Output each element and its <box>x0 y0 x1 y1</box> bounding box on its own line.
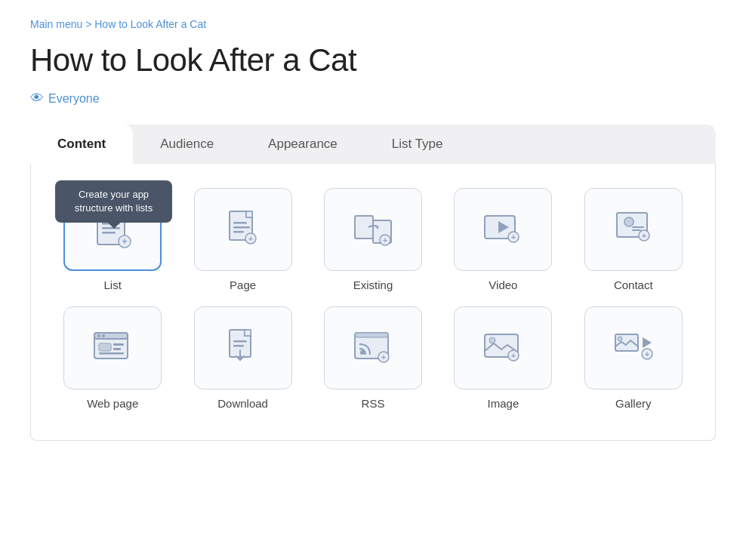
svg-text:+: + <box>122 236 128 247</box>
svg-rect-32 <box>99 343 111 351</box>
icon-box-existing[interactable]: + <box>324 188 422 271</box>
icon-box-contact[interactable]: + <box>584 188 683 271</box>
icon-label-gallery: Gallery <box>615 397 652 410</box>
svg-rect-9 <box>233 222 247 224</box>
icon-box-webpage[interactable] <box>63 306 162 389</box>
icon-card-contact[interactable]: + Contact <box>584 188 683 291</box>
icon-box-rss[interactable]: + <box>324 306 422 389</box>
svg-point-46 <box>489 337 495 343</box>
breadcrumb: Main menu > How to Look After a Cat <box>30 18 716 30</box>
icon-card-gallery-wrapper: + Gallery <box>576 306 691 410</box>
svg-text:+: + <box>248 234 252 243</box>
icon-card-contact-wrapper: + Contact <box>576 188 691 291</box>
svg-rect-10 <box>233 226 250 229</box>
svg-point-23 <box>624 217 633 226</box>
svg-rect-4 <box>102 232 116 234</box>
icon-label-video: Video <box>489 278 517 291</box>
icon-card-image[interactable]: + Image <box>454 306 552 410</box>
icon-card-list-wrapper: Create your app structure with lists + L… <box>55 188 170 291</box>
icon-label-list: List <box>104 278 122 291</box>
tab-list-type[interactable]: List Type <box>365 125 470 164</box>
icon-card-download-wrapper: Download <box>185 306 300 410</box>
svg-rect-41 <box>355 333 388 337</box>
breadcrumb-separator: > <box>85 18 94 30</box>
icon-card-video-wrapper: + Video <box>445 188 560 291</box>
tabs-bar: Content Audience Appearance List Type <box>30 125 716 164</box>
eye-icon: 👁 <box>30 91 44 106</box>
svg-point-30 <box>97 334 100 337</box>
tab-appearance[interactable]: Appearance <box>241 125 365 164</box>
breadcrumb-current[interactable]: How to Look After a Cat <box>94 18 206 30</box>
icon-box-image[interactable]: + <box>454 306 552 389</box>
icon-card-rss[interactable]: + RSS <box>324 306 422 410</box>
svg-marker-51 <box>643 337 652 348</box>
icon-label-download: Download <box>217 397 268 410</box>
svg-rect-34 <box>113 348 121 350</box>
icon-label-contact: Contact <box>614 278 653 291</box>
icon-label-webpage: Web page <box>87 397 138 410</box>
page-title: How to Look After a Cat <box>30 42 716 78</box>
icon-card-gallery[interactable]: + Gallery <box>584 306 683 410</box>
svg-rect-3 <box>102 227 120 229</box>
svg-text:+: + <box>645 349 649 358</box>
icon-box-video[interactable]: + <box>454 188 552 271</box>
svg-text:+: + <box>511 351 516 360</box>
svg-point-31 <box>102 334 105 337</box>
icon-card-existing-wrapper: + Existing <box>316 188 430 291</box>
icon-card-list[interactable]: + List <box>63 188 162 291</box>
icon-card-download[interactable]: Download <box>194 306 292 410</box>
icon-box-list[interactable]: + <box>63 188 162 271</box>
icon-card-page-wrapper: + Page <box>185 188 300 291</box>
icon-label-image: Image <box>488 397 519 410</box>
icon-card-image-wrapper: + Image <box>445 306 560 410</box>
content-area: Create your app structure with lists + L… <box>30 164 716 441</box>
svg-text:+: + <box>383 235 387 245</box>
icon-card-page[interactable]: + Page <box>194 188 292 291</box>
svg-text:+: + <box>381 352 386 362</box>
icon-box-gallery[interactable]: + <box>584 306 683 389</box>
svg-rect-2 <box>102 223 120 225</box>
tab-content[interactable]: Content <box>30 125 133 164</box>
icon-box-download[interactable] <box>194 306 292 389</box>
audience-label[interactable]: Everyone <box>48 92 100 106</box>
icon-card-rss-wrapper: + RSS <box>316 306 430 410</box>
svg-rect-39 <box>233 345 244 347</box>
icon-label-existing: Existing <box>353 278 393 291</box>
svg-rect-37 <box>245 330 251 336</box>
svg-rect-25 <box>632 229 641 231</box>
icon-card-video[interactable]: + Video <box>454 188 552 291</box>
audience-row: 👁 Everyone <box>30 91 716 106</box>
icon-box-page[interactable]: + <box>194 188 292 271</box>
svg-rect-33 <box>113 343 124 346</box>
svg-rect-35 <box>99 352 124 355</box>
svg-text:+: + <box>642 231 646 240</box>
svg-rect-11 <box>233 231 244 233</box>
icon-card-existing[interactable]: + Existing <box>324 188 422 291</box>
icon-card-webpage[interactable]: Web page <box>63 306 162 410</box>
svg-text:+: + <box>511 232 516 242</box>
breadcrumb-main[interactable]: Main menu <box>30 18 82 30</box>
icon-card-webpage-wrapper: Web page <box>55 306 170 410</box>
tab-audience[interactable]: Audience <box>133 125 241 164</box>
svg-point-50 <box>618 337 622 341</box>
svg-rect-24 <box>632 226 644 228</box>
svg-rect-1 <box>102 217 117 220</box>
icons-grid: Create your app structure with lists + L… <box>55 188 691 410</box>
icon-label-page: Page <box>230 278 256 291</box>
icon-label-rss: RSS <box>362 397 385 410</box>
svg-rect-38 <box>233 340 247 343</box>
svg-rect-8 <box>246 211 252 217</box>
